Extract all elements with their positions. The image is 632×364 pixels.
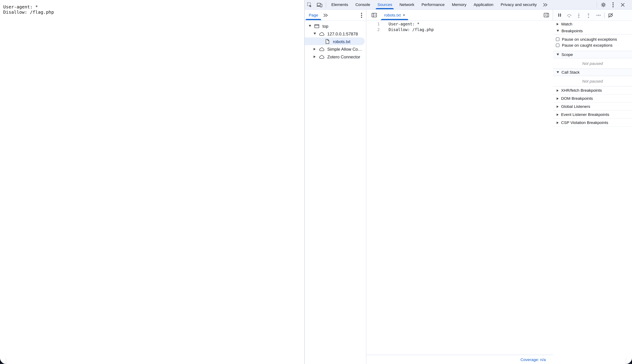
tree-item-origin[interactable]: 127.0.0.1:57878 — [305, 30, 366, 38]
tree-item-label: Zotero Connector — [327, 54, 360, 59]
tree-item-label: top — [322, 24, 328, 28]
caret-expanded-icon[interactable] — [314, 32, 316, 34]
pause-caught-row[interactable]: Pause on caught exceptions — [553, 42, 632, 48]
hide-navigator-icon[interactable] — [369, 11, 379, 19]
caret-expanded-icon[interactable] — [557, 71, 559, 73]
screen-corner-bottom-left — [0, 358, 6, 364]
caret-collapsed-icon[interactable] — [314, 56, 315, 58]
section-scope[interactable]: Scope — [553, 51, 632, 58]
step-over-icon[interactable] — [564, 11, 574, 19]
tree-item-zotero-connector[interactable]: Zotero Connector — [305, 53, 366, 60]
pause-uncaught-checkbox[interactable] — [556, 38, 559, 41]
robots-txt-page-text: User-agent: * Disallow: /flag.php — [0, 0, 304, 15]
breakpoint-options: Pause on uncaught exceptions Pause on ca… — [553, 34, 632, 48]
devtools-main-toolbar: Elements Console Sources Network Perform… — [305, 0, 632, 10]
section-label: CSP Violation Breakpoints — [561, 120, 608, 125]
navigator-kebab-menu-icon[interactable] — [358, 11, 365, 19]
caret-expanded-icon[interactable] — [557, 54, 559, 56]
section-label: Scope — [561, 52, 573, 57]
caret-expanded-icon[interactable] — [309, 25, 311, 27]
tree-item-simple-allow-copy[interactable]: Simple Allow Co… — [305, 45, 366, 53]
close-tab-icon[interactable]: × — [403, 13, 405, 17]
gear-icon[interactable] — [598, 0, 608, 8]
debugger-toolbar — [553, 10, 632, 20]
editor-tab-bar: robots.txt × — [366, 10, 553, 20]
tab-application[interactable]: Application — [470, 0, 497, 9]
line-number: 2 — [366, 27, 380, 32]
tree-item-top[interactable]: top — [305, 22, 366, 30]
editor-tab-robots-txt[interactable]: robots.txt × — [381, 10, 408, 20]
document-icon — [324, 38, 331, 44]
tree-item-label: 127.0.0.1:57878 — [327, 31, 358, 36]
caret-collapsed-icon[interactable] — [557, 121, 559, 124]
more-tabs-icon[interactable] — [540, 0, 550, 8]
pause-caught-checkbox[interactable] — [556, 44, 559, 47]
section-label: DOM Breakpoints — [561, 96, 593, 101]
source-editor[interactable]: 1 User-agent: * 2 Disallow: /flag.php Co… — [366, 21, 553, 364]
sources-sub-toolbar: Page — [305, 10, 632, 21]
section-label: Breakpoints — [561, 28, 583, 33]
cloud-icon — [318, 46, 325, 52]
toolbar-divider — [326, 2, 326, 7]
code-line: 1 User-agent: * — [366, 22, 553, 27]
section-event-listener-breakpoints[interactable]: Event Listener Breakpoints — [553, 111, 632, 119]
caret-expanded-icon[interactable] — [557, 30, 559, 32]
section-label: Watch — [561, 22, 572, 26]
line-number: 1 — [366, 22, 380, 27]
section-call-stack[interactable]: Call Stack — [553, 68, 632, 76]
section-dom-breakpoints[interactable]: DOM Breakpoints — [553, 95, 632, 103]
step-into-icon[interactable] — [574, 11, 583, 19]
screen-corner-bottom-right — [626, 358, 632, 364]
toolbar-divider — [596, 2, 597, 7]
show-debugger-sidebar-icon[interactable] — [541, 11, 551, 19]
caret-collapsed-icon[interactable] — [314, 48, 315, 50]
tab-elements[interactable]: Elements — [328, 0, 352, 9]
code-line: 2 Disallow: /flag.php — [366, 27, 553, 32]
navigator-tab-page[interactable]: Page — [305, 10, 321, 20]
pause-script-icon[interactable] — [555, 11, 564, 19]
debugger-toolbar-divider — [604, 12, 605, 18]
tab-console[interactable]: Console — [352, 0, 374, 9]
coverage-link[interactable]: Coverage: n/a — [520, 357, 546, 362]
step-icon[interactable] — [593, 11, 603, 19]
section-label: Event Listener Breakpoints — [561, 112, 609, 117]
tab-network[interactable]: Network — [396, 0, 418, 9]
section-csp-violation-breakpoints[interactable]: CSP Violation Breakpoints — [553, 119, 632, 127]
section-watch[interactable]: Watch — [553, 21, 632, 27]
devtools-panel: Elements Console Sources Network Perform… — [304, 0, 632, 364]
step-out-icon[interactable] — [583, 11, 593, 19]
page-line-1: User-agent: * — [3, 4, 38, 10]
scope-status: Not paused — [553, 58, 632, 68]
tree-item-label: robots.txt — [333, 39, 350, 44]
tab-memory[interactable]: Memory — [448, 0, 470, 9]
more-navigator-tabs-icon[interactable] — [321, 11, 330, 19]
call-stack-status: Not paused — [553, 76, 632, 86]
pause-uncaught-row[interactable]: Pause on uncaught exceptions — [553, 36, 632, 42]
tab-privacy-and-security[interactable]: Privacy and security — [497, 0, 540, 9]
kebab-menu-icon[interactable] — [608, 0, 618, 8]
caret-collapsed-icon[interactable] — [557, 97, 559, 100]
inspect-element-icon[interactable] — [305, 0, 314, 8]
section-breakpoints[interactable]: Breakpoints — [553, 27, 632, 35]
toolbar-right-cluster — [595, 0, 632, 8]
device-toolbar-icon[interactable] — [314, 0, 324, 8]
tab-performance[interactable]: Performance — [418, 0, 448, 9]
section-global-listeners[interactable]: Global Listeners — [553, 102, 632, 111]
page-line-2: Disallow: /flag.php — [3, 10, 54, 15]
caret-collapsed-icon[interactable] — [557, 89, 559, 92]
sources-content: top 127.0.0.1:57878 — [305, 21, 632, 364]
tab-sources[interactable]: Sources — [374, 0, 396, 9]
code-lines: 1 User-agent: * 2 Disallow: /flag.php — [366, 21, 553, 32]
tree-item-robots-txt[interactable]: robots.txt — [305, 38, 365, 45]
deactivate-breakpoints-icon[interactable] — [606, 11, 615, 19]
section-label: Call Stack — [561, 70, 579, 74]
close-devtools-icon[interactable] — [618, 0, 627, 8]
caret-collapsed-icon[interactable] — [557, 113, 559, 116]
cloud-icon — [318, 31, 325, 36]
section-xhr-fetch-breakpoints[interactable]: XHR/fetch Breakpoints — [553, 86, 632, 94]
caret-collapsed-icon[interactable] — [557, 23, 559, 25]
frame-icon — [314, 23, 320, 29]
caret-collapsed-icon[interactable] — [557, 105, 559, 108]
line-code: User-agent: * — [380, 22, 419, 27]
browser-page: User-agent: * Disallow: /flag.php — [0, 0, 304, 364]
